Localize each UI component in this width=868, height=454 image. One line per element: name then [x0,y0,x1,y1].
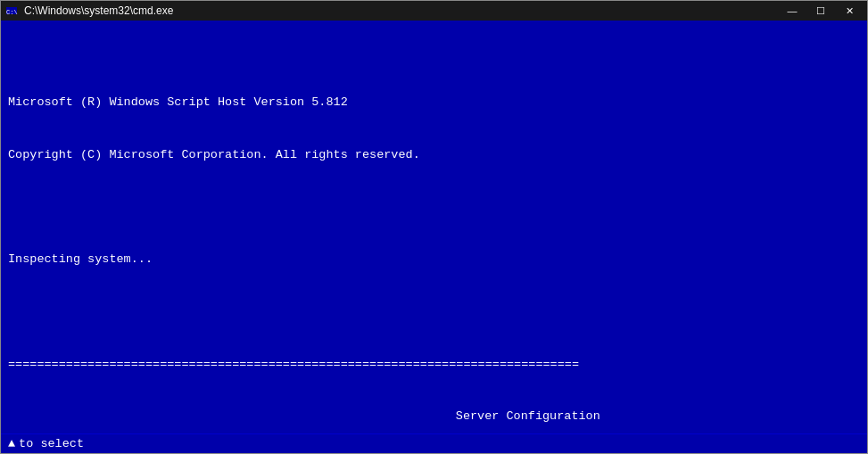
console-line-3: Inspecting system... [8,251,860,268]
console-line-4 [8,303,860,321]
console-content: Microsoft (R) Windows Script Host Versio… [8,59,860,433]
status-bar: ▲ to select [1,433,867,453]
status-label: to select [19,437,84,450]
maximize-button[interactable]: ☐ [806,1,835,21]
window-title: C:\Windows\system32\cmd.exe [24,4,173,17]
console-line-0: Microsoft (R) Windows Script Host Versio… [8,94,860,111]
status-text: ▲ [8,437,15,450]
console-separator-1: ========================================… [8,356,860,374]
title-bar: C:\ C:\Windows\system32\cmd.exe — ☐ ✕ [1,1,867,21]
close-button[interactable]: ✕ [835,1,864,21]
title-bar-left: C:\ C:\Windows\system32\cmd.exe [4,4,173,18]
console-server-config-title: Server Configuration [8,408,860,425]
title-bar-controls: — ☐ ✕ [778,1,864,21]
console-line-1: Copyright (C) Microsoft Corporation. All… [8,146,860,164]
console-area[interactable]: Microsoft (R) Windows Script Host Versio… [1,21,867,433]
minimize-button[interactable]: — [778,1,806,21]
console-line-2 [8,199,860,217]
cmd-icon: C:\ [4,4,19,18]
cmd-window: C:\ C:\Windows\system32\cmd.exe — ☐ ✕ Mi… [0,0,868,454]
svg-text:C:\: C:\ [6,9,18,16]
